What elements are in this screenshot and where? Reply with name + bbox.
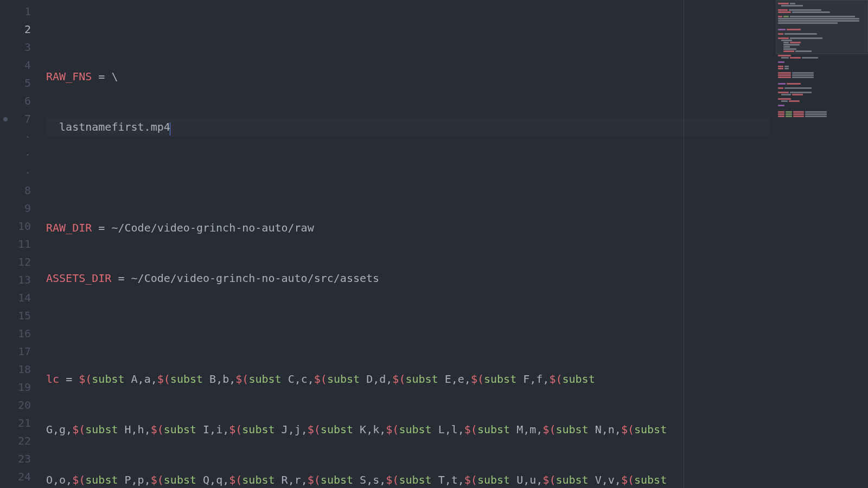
fn: subst: [242, 473, 275, 486]
fn-open: $(: [72, 423, 85, 436]
fn: subst: [556, 423, 588, 436]
variable: RAW_DIR: [46, 221, 92, 234]
args: P,p,: [118, 473, 150, 486]
wrap-indicator: ·: [0, 146, 41, 164]
args: C,c,: [282, 373, 314, 386]
line-number[interactable]: 22: [0, 432, 41, 450]
args: O,o,: [46, 473, 72, 486]
code-line[interactable]: lc = $(subst A,a,$(subst B,b,$(subst C,c…: [46, 370, 770, 388]
text: = \: [92, 70, 118, 83]
line-number[interactable]: 9: [0, 200, 41, 217]
wrap-indicator: ·: [0, 164, 41, 182]
args: S,s,: [353, 473, 386, 486]
line-number[interactable]: 3: [0, 38, 41, 56]
args: N,n,: [589, 423, 621, 436]
variable: lc: [46, 373, 59, 386]
line-number[interactable]: 7: [0, 110, 41, 128]
args: F,f,: [516, 373, 549, 386]
fn: subst: [484, 373, 516, 386]
args: Q,q,: [196, 473, 229, 486]
line-number[interactable]: 12: [0, 253, 41, 271]
fn-open: $(: [151, 423, 164, 436]
line-number[interactable]: 14: [0, 289, 41, 307]
line-number[interactable]: 6: [0, 92, 41, 110]
line-number[interactable]: 5: [0, 74, 41, 92]
fn: subst: [327, 373, 360, 386]
fn-open: $(: [542, 423, 556, 436]
fn: subst: [321, 473, 353, 486]
line-number[interactable]: 17: [0, 343, 41, 361]
fn: subst: [399, 473, 431, 486]
line-number[interactable]: 19: [0, 378, 41, 396]
code-line[interactable]: [46, 320, 770, 338]
fn-open: $(: [308, 423, 321, 436]
code-line[interactable]: G,g,$(subst H,h,$(subst I,i,$(subst J,j,…: [46, 421, 770, 439]
line-number[interactable]: 15: [0, 307, 41, 325]
fn-open: $(: [392, 373, 405, 386]
args: D,d,: [360, 373, 392, 386]
line-number[interactable]: 18: [0, 361, 41, 378]
text: = ~/Code/video-grinch-no-auto/src/assets: [111, 272, 379, 285]
args: G,g,: [46, 423, 72, 436]
fn-open: $(: [229, 473, 242, 486]
args: J,j,: [275, 423, 308, 436]
line-number[interactable]: 24: [0, 468, 41, 486]
wrap-indicator: ·: [0, 128, 41, 146]
args: E,e,: [438, 373, 471, 386]
fn: subst: [85, 473, 118, 486]
args: V,v,: [589, 473, 621, 486]
fn-open: $(: [229, 423, 242, 436]
line-number-gutter[interactable]: 1 2 3 4 5 6 7 · · · 8 9 10 11 12 13 14 1…: [0, 0, 41, 488]
code-line[interactable]: RAW_FNS = \: [46, 68, 770, 86]
code-line[interactable]: O,o,$(subst P,p,$(subst Q,q,$(subst R,r,…: [46, 471, 770, 488]
line-number[interactable]: 2: [0, 21, 41, 38]
text: = ~/Code/video-grinch-no-auto/raw: [92, 221, 314, 234]
line-number[interactable]: 13: [0, 271, 41, 289]
args: M,m,: [510, 423, 542, 436]
line-number[interactable]: 1: [0, 3, 41, 21]
fn-open: $(: [471, 373, 484, 386]
variable: RAW_FNS: [46, 70, 92, 83]
fn: subst: [477, 423, 510, 436]
line-number[interactable]: 11: [0, 235, 41, 253]
fn-open: $(: [386, 473, 399, 486]
fn-open: $(: [151, 473, 164, 486]
fn: subst: [85, 423, 118, 436]
text: =: [59, 373, 79, 386]
code-line[interactable]: RAW_DIR = ~/Code/video-grinch-no-auto/ra…: [46, 219, 770, 237]
fn-open: $(: [157, 373, 170, 386]
code-area[interactable]: RAW_FNS = \ lastnamefirst.mp4 RAW_DIR = …: [41, 0, 776, 488]
line-number[interactable]: 4: [0, 56, 41, 74]
line-number[interactable]: 10: [0, 217, 41, 235]
args: I,i,: [196, 423, 229, 436]
minimap[interactable]: [776, 0, 868, 488]
fn: subst: [634, 473, 667, 486]
line-number[interactable]: 20: [0, 396, 41, 414]
fn-open: $(: [235, 373, 248, 386]
line-number[interactable]: 23: [0, 450, 41, 468]
args: U,u,: [510, 473, 542, 486]
fn: subst: [242, 423, 275, 436]
code-line[interactable]: [46, 169, 770, 187]
fn-open: $(: [308, 473, 321, 486]
fn: subst: [399, 423, 431, 436]
line-number[interactable]: 21: [0, 414, 41, 432]
fn: subst: [563, 373, 595, 386]
fn-open: $(: [314, 373, 327, 386]
code-editor: 1 2 3 4 5 6 7 · · · 8 9 10 11 12 13 14 1…: [0, 0, 868, 488]
fn: subst: [405, 373, 438, 386]
fn: subst: [248, 373, 281, 386]
fn: subst: [164, 423, 196, 436]
code-line[interactable]: lastnamefirst.mp4: [46, 118, 770, 136]
line-number[interactable]: 8: [0, 182, 41, 200]
text: lastnamefirst.mp4: [46, 120, 170, 133]
fn: subst: [634, 423, 667, 436]
line-number[interactable]: 16: [0, 325, 41, 343]
args: H,h,: [118, 423, 150, 436]
args: B,b,: [203, 373, 235, 386]
fn: subst: [170, 373, 203, 386]
args: A,a,: [125, 373, 157, 386]
fn: subst: [321, 423, 353, 436]
code-line[interactable]: ASSETS_DIR = ~/Code/video-grinch-no-auto…: [46, 269, 770, 287]
variable: ASSETS_DIR: [46, 272, 111, 285]
